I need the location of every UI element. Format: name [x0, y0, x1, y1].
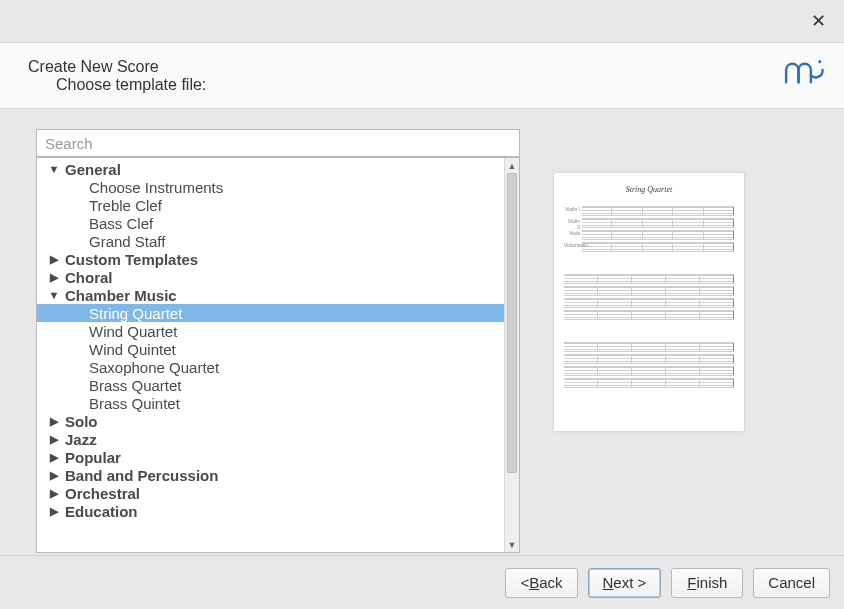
tree-category[interactable]: ▼General — [37, 160, 504, 178]
tree-item[interactable]: Treble Clef — [37, 196, 504, 214]
tree-category-label: Education — [63, 503, 138, 520]
tree-category[interactable]: ▶Choral — [37, 268, 504, 286]
close-icon[interactable]: ✕ — [811, 10, 826, 32]
tree-item[interactable]: Wind Quartet — [37, 322, 504, 340]
preview-page: String Quartet Violin IViolin IIViolaVio… — [554, 173, 744, 431]
staff: Violin I — [582, 206, 734, 216]
template-tree-container: ▼GeneralChoose InstrumentsTreble ClefBas… — [36, 157, 520, 553]
next-button[interactable]: Next > — [588, 568, 662, 598]
tree-category[interactable]: ▶Custom Templates — [37, 250, 504, 268]
tree-item-label: Bass Clef — [89, 215, 153, 232]
tree-category-label: Custom Templates — [63, 251, 198, 268]
tree-category-label: Choral — [63, 269, 113, 286]
tree-item[interactable]: Choose Instruments — [37, 178, 504, 196]
cancel-button[interactable]: Cancel — [753, 568, 830, 598]
tree-item-label: Saxophone Quartet — [89, 359, 219, 376]
scroll-up-icon[interactable]: ▲ — [505, 158, 519, 173]
tree-item[interactable]: Brass Quartet — [37, 376, 504, 394]
titlebar: ✕ — [0, 0, 844, 42]
wizard-content: ▼GeneralChoose InstrumentsTreble ClefBas… — [0, 109, 844, 553]
staff — [564, 342, 734, 352]
staff-system — [564, 342, 734, 388]
tree-category[interactable]: ▶Band and Percussion — [37, 466, 504, 484]
chevron-right-icon[interactable]: ▶ — [45, 415, 63, 428]
tree-item[interactable]: String Quartet — [37, 304, 504, 322]
tree-item-label: Wind Quintet — [89, 341, 176, 358]
template-pane: ▼GeneralChoose InstrumentsTreble ClefBas… — [36, 129, 520, 553]
staff — [564, 366, 734, 376]
tree-category-label: Solo — [63, 413, 98, 430]
template-tree[interactable]: ▼GeneralChoose InstrumentsTreble ClefBas… — [37, 158, 504, 552]
tree-category-label: Orchestral — [63, 485, 140, 502]
wizard-header-text: Create New Score Choose template file: — [28, 58, 206, 94]
svg-point-0 — [818, 60, 821, 63]
tree-item-label: String Quartet — [89, 305, 182, 322]
scrollbar-thumb[interactable] — [507, 173, 517, 473]
chevron-right-icon[interactable]: ▶ — [45, 505, 63, 518]
tree-category-label: Band and Percussion — [63, 467, 218, 484]
tree-category[interactable]: ▶Orchestral — [37, 484, 504, 502]
staff-system: Violin IViolin IIViolaVioloncello — [564, 206, 734, 252]
tree-item-label: Treble Clef — [89, 197, 162, 214]
tree-item-label: Brass Quartet — [89, 377, 182, 394]
tree-category-label: Chamber Music — [63, 287, 177, 304]
staff-system — [564, 274, 734, 320]
tree-item[interactable]: Wind Quintet — [37, 340, 504, 358]
chevron-right-icon[interactable]: ▶ — [45, 451, 63, 464]
wizard-title: Create New Score — [28, 58, 206, 76]
staff-part-label: Violin I — [564, 206, 580, 212]
chevron-down-icon[interactable]: ▼ — [45, 163, 63, 175]
staff: Viola — [582, 230, 734, 240]
staff-part-label: Violin II — [564, 218, 580, 230]
staff — [564, 286, 734, 296]
staff — [564, 298, 734, 308]
staff-part-label: Viola — [564, 230, 580, 236]
search-input[interactable] — [36, 129, 520, 157]
tree-category-label: Popular — [63, 449, 121, 466]
back-button[interactable]: < Back — [505, 568, 577, 598]
tree-scrollbar[interactable]: ▲ ▼ — [504, 158, 519, 552]
chevron-down-icon[interactable]: ▼ — [45, 289, 63, 301]
tree-category[interactable]: ▶Solo — [37, 412, 504, 430]
chevron-right-icon[interactable]: ▶ — [45, 433, 63, 446]
musescore-logo-icon — [782, 56, 826, 96]
staff-part-label: Violoncello — [564, 242, 580, 248]
tree-item-label: Brass Quintet — [89, 395, 180, 412]
tree-category[interactable]: ▶Jazz — [37, 430, 504, 448]
tree-category[interactable]: ▶Popular — [37, 448, 504, 466]
staff — [564, 354, 734, 364]
tree-category[interactable]: ▼Chamber Music — [37, 286, 504, 304]
wizard-header: Create New Score Choose template file: — [0, 42, 844, 109]
tree-item-label: Wind Quartet — [89, 323, 177, 340]
chevron-right-icon[interactable]: ▶ — [45, 253, 63, 266]
tree-item[interactable]: Saxophone Quartet — [37, 358, 504, 376]
wizard-footer: < Back Next > Finish Cancel — [0, 555, 844, 609]
tree-item[interactable]: Brass Quintet — [37, 394, 504, 412]
finish-button[interactable]: Finish — [671, 568, 743, 598]
tree-item[interactable]: Grand Staff — [37, 232, 504, 250]
wizard-subtitle: Choose template file: — [28, 76, 206, 94]
chevron-right-icon[interactable]: ▶ — [45, 271, 63, 284]
tree-item-label: Grand Staff — [89, 233, 165, 250]
tree-category-label: General — [63, 161, 121, 178]
scroll-down-icon[interactable]: ▼ — [505, 537, 519, 552]
staff — [564, 310, 734, 320]
staff: Violin II — [582, 218, 734, 228]
chevron-right-icon[interactable]: ▶ — [45, 487, 63, 500]
tree-item[interactable]: Bass Clef — [37, 214, 504, 232]
tree-category-label: Jazz — [63, 431, 97, 448]
staff: Violoncello — [582, 242, 734, 252]
template-preview: String Quartet Violin IViolin IIViolaVio… — [554, 173, 744, 553]
chevron-right-icon[interactable]: ▶ — [45, 469, 63, 482]
staff — [564, 378, 734, 388]
tree-item-label: Choose Instruments — [89, 179, 223, 196]
preview-title: String Quartet — [564, 185, 734, 194]
staff — [564, 274, 734, 284]
tree-category[interactable]: ▶Education — [37, 502, 504, 520]
